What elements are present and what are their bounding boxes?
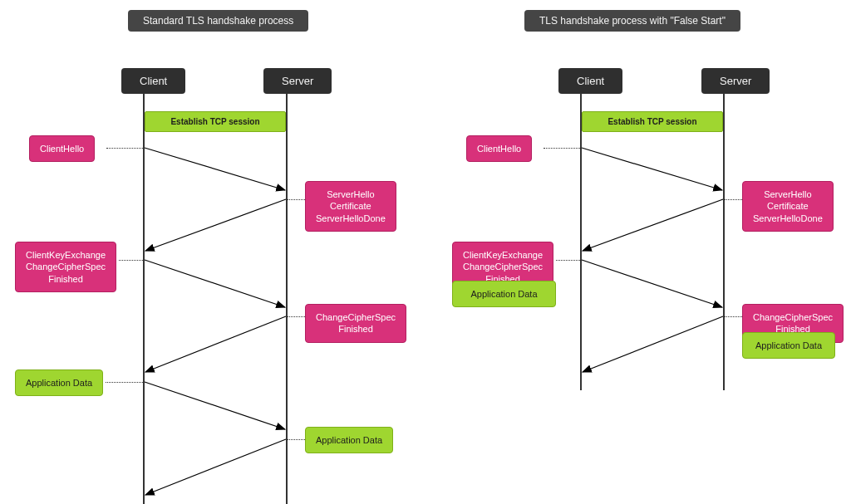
right-clienthello: ClientHello [466,135,532,162]
left-appdata-server: Application Data [305,427,393,453]
right-client-box: Client [558,68,622,94]
left-serverhello: ServerHelloCertificateServerHelloDone [305,181,396,232]
left-dash-6 [288,439,305,440]
left-tcp-band: Establish TCP session [145,111,286,132]
svg-line-4 [145,382,285,429]
left-client-box: Client [121,68,185,94]
svg-line-1 [145,199,286,251]
right-tcp-band: Establish TCP session [582,111,723,132]
right-serverhello: ServerHelloCertificateServerHelloDone [742,181,834,232]
left-appdata-client: Application Data [15,369,103,396]
left-dash-3 [119,260,143,261]
left-dash-4 [288,316,305,317]
left-dash-1 [106,148,143,149]
left-title: Standard TLS handshake process [128,10,308,32]
svg-line-5 [145,439,286,495]
svg-line-6 [582,148,722,190]
right-dash-4 [725,316,742,317]
left-changecipher: ChangeCipherSpecFinished [305,304,406,343]
svg-line-3 [145,316,286,372]
left-dash-2 [288,199,305,200]
left-clientkeyexchange: ClientKeyExchangeChangeCipherSpecFinishe… [15,242,116,292]
right-appdata-client: Application Data [452,281,556,307]
left-dash-5 [106,382,143,383]
svg-line-2 [145,260,285,307]
svg-line-0 [145,148,285,190]
right-title: TLS handshake process with "False Start" [524,10,740,32]
left-clienthello: ClientHello [29,135,95,162]
left-client-lifeline [143,93,145,504]
right-dash-1 [544,148,580,149]
left-server-lifeline [286,93,288,504]
right-client-lifeline [580,93,582,390]
right-dash-2 [725,199,742,200]
svg-line-7 [583,199,723,251]
left-server-box: Server [263,68,332,94]
svg-line-8 [582,260,722,307]
right-server-box: Server [701,68,770,94]
right-appdata-server: Application Data [742,332,835,359]
right-dash-3 [556,260,580,261]
right-server-lifeline [723,93,725,390]
svg-line-9 [583,316,723,372]
